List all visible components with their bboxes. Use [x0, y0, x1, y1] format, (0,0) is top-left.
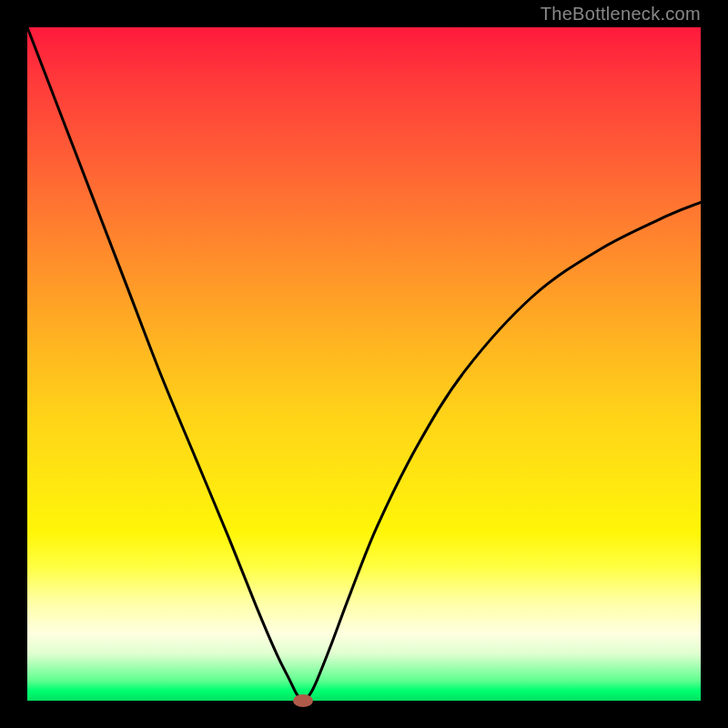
curve-svg	[27, 27, 701, 701]
chart-frame: TheBottleneck.com	[0, 0, 728, 728]
optimal-point-marker	[293, 694, 313, 707]
watermark-text: TheBottleneck.com	[541, 4, 701, 25]
plot-area	[27, 27, 701, 701]
bottleneck-curve	[27, 27, 701, 701]
